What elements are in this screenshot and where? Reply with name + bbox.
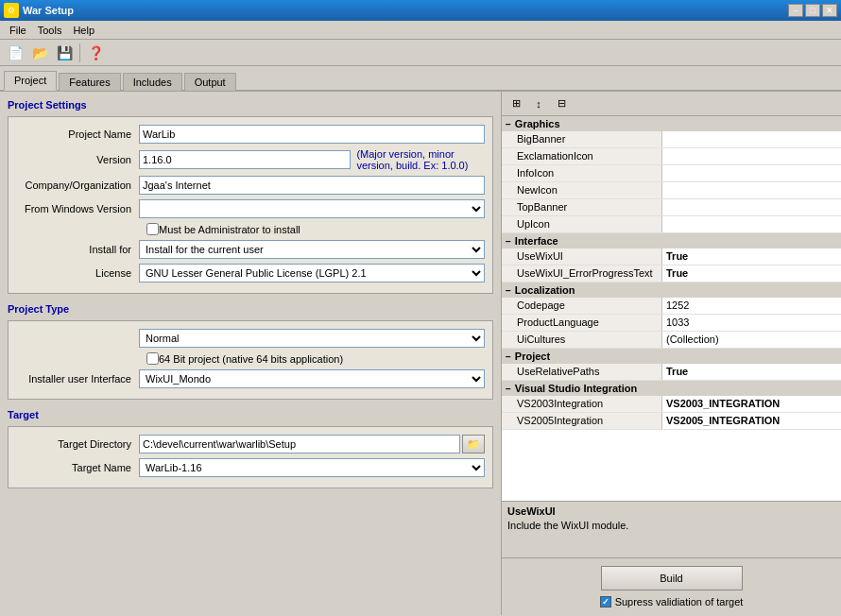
windows-version-select[interactable]: [139, 199, 485, 218]
prop-group-graphics[interactable]: − Graphics: [502, 116, 841, 131]
windows-version-field: [139, 199, 485, 218]
prop-name-infoicon: InfoIcon: [502, 165, 662, 181]
admin-checkbox[interactable]: [146, 223, 159, 235]
company-field: [139, 176, 485, 195]
project-settings-section: Project Settings Project Name Version (M…: [8, 99, 493, 294]
admin-label: Must be Administrator to install: [159, 224, 300, 235]
new-button[interactable]: 📄: [4, 43, 26, 63]
title-bar: ⚙ War Setup − □ ✕: [0, 0, 841, 21]
prop-name-uicultures: UiCultures: [502, 332, 662, 348]
installer-ui-field: WixUI_Mondo WixUI_Minimal WixUI_FeatureT…: [139, 369, 485, 388]
prop-group-vs-integration[interactable]: − Visual Studio Integration: [502, 381, 841, 396]
version-input[interactable]: [139, 150, 351, 169]
prop-row-topbanner: TopBanner: [502, 199, 841, 216]
tab-includes[interactable]: Includes: [123, 73, 182, 91]
prop-value-productlanguage[interactable]: 1033: [662, 315, 841, 331]
menu-help[interactable]: Help: [67, 24, 100, 37]
suppress-checkbox[interactable]: ✓: [600, 596, 611, 607]
bit64-checkbox[interactable]: [146, 352, 159, 365]
license-field: GNU Lesser General Public License (LGPL)…: [139, 264, 485, 282]
maximize-button[interactable]: □: [805, 4, 820, 17]
prop-sort-category-button[interactable]: ⊞: [506, 94, 526, 113]
prop-group-project[interactable]: − Project: [502, 349, 841, 364]
project-type-title: Project Type: [8, 303, 493, 315]
menu-bar: File Tools Help: [0, 21, 841, 40]
expand-graphics-icon: −: [506, 119, 511, 129]
type-field: Normal Library Module: [139, 329, 485, 348]
window-title: War Setup: [23, 5, 74, 16]
prop-row-vs2005: VS2005Integration VS2005_INTEGRATION: [502, 413, 841, 430]
prop-row-uicultures: UiCultures (Collection): [502, 332, 841, 349]
prop-value-vs2003[interactable]: VS2003_INTEGRATION: [662, 396, 841, 412]
prop-name-bigbanner: BigBanner: [502, 131, 662, 147]
prop-value-uicultures[interactable]: (Collection): [662, 332, 841, 348]
project-name-input[interactable]: [139, 125, 485, 144]
target-dir-input-row: 📁: [139, 435, 485, 453]
tab-project[interactable]: Project: [4, 71, 57, 91]
prop-value-usewixui[interactable]: True: [662, 248, 841, 265]
prop-row-infoicon: InfoIcon: [502, 165, 841, 182]
installer-ui-label: Installer user Interface: [16, 373, 139, 385]
license-row: License GNU Lesser General Public Licens…: [16, 264, 485, 282]
prop-desc-title: UseWixUI: [507, 505, 835, 517]
save-button[interactable]: 💾: [53, 43, 76, 63]
project-name-field: [139, 125, 485, 144]
minimize-button[interactable]: −: [788, 4, 803, 17]
prop-value-userelativepaths[interactable]: True: [662, 364, 841, 380]
prop-name-vs2003: VS2003Integration: [502, 396, 662, 412]
license-label: License: [16, 267, 139, 279]
company-input[interactable]: [139, 176, 485, 195]
admin-row: Must be Administrator to install: [146, 223, 485, 235]
installer-ui-row: Installer user Interface WixUI_Mondo Wix…: [16, 369, 485, 388]
prop-row-upicon: UpIcon: [502, 216, 841, 233]
prop-group-localization[interactable]: − Localization: [502, 282, 841, 298]
prop-value-bigbanner[interactable]: [662, 131, 841, 147]
close-button[interactable]: ✕: [822, 4, 837, 17]
license-select[interactable]: GNU Lesser General Public License (LGPL)…: [139, 264, 485, 282]
prop-group-interface[interactable]: − Interface: [502, 233, 841, 248]
expand-vs-icon: −: [506, 384, 511, 394]
menu-file[interactable]: File: [4, 24, 32, 37]
prop-name-newicon: NewIcon: [502, 182, 662, 198]
prop-value-exclamationicon[interactable]: [662, 148, 841, 164]
target-dir-label: Target Directory: [16, 438, 139, 450]
prop-value-newicon[interactable]: [662, 182, 841, 198]
prop-description: UseWixUI Include the WixUI module.: [502, 501, 841, 557]
build-area: Build ✓ Supress validiation of target: [502, 557, 841, 615]
prop-value-topbanner[interactable]: [662, 199, 841, 215]
target-name-label: Target Name: [16, 462, 139, 473]
help-button[interactable]: ❓: [84, 43, 107, 63]
open-button[interactable]: 📂: [28, 43, 51, 63]
prop-value-usewixui-errorprogress[interactable]: True: [662, 265, 841, 282]
target-name-select[interactable]: WarLib-1.16 WarLib-1.15: [139, 458, 485, 477]
prop-value-vs2005[interactable]: VS2005_INTEGRATION: [662, 413, 841, 429]
prop-value-codepage[interactable]: 1252: [662, 298, 841, 314]
installer-ui-select[interactable]: WixUI_Mondo WixUI_Minimal WixUI_FeatureT…: [139, 369, 485, 388]
expand-localization-icon: −: [506, 285, 511, 296]
prop-value-upicon[interactable]: [662, 216, 841, 232]
company-row: Company/Organization: [16, 176, 485, 195]
prop-value-infoicon[interactable]: [662, 165, 841, 181]
prop-desc-text: Include the WixUI module.: [507, 520, 835, 531]
prop-row-usewixui: UseWixUI True: [502, 248, 841, 265]
prop-row-vs2003: VS2003Integration VS2003_INTEGRATION: [502, 396, 841, 413]
right-panel: ⊞ ↕ ⊟ − Graphics BigBanner ExclamationIc…: [501, 92, 841, 615]
tab-output[interactable]: Output: [184, 73, 236, 91]
prop-property-pages-button[interactable]: ⊟: [551, 94, 572, 113]
prop-row-bigbanner: BigBanner: [502, 131, 841, 148]
build-button[interactable]: Build: [601, 566, 743, 590]
menu-tools[interactable]: Tools: [32, 24, 68, 37]
version-hint: (Major version, minor version, build. Ex…: [356, 148, 485, 171]
type-select[interactable]: Normal Library Module: [139, 329, 485, 348]
target-dir-browse-button[interactable]: 📁: [462, 435, 485, 453]
install-for-field: Install for the current user Install for…: [139, 240, 485, 259]
target-dir-input[interactable]: [139, 435, 460, 453]
install-for-select[interactable]: Install for the current user Install for…: [139, 240, 485, 259]
prop-sort-alpha-button[interactable]: ↕: [528, 94, 549, 113]
tab-features[interactable]: Features: [59, 73, 120, 91]
left-panel: Project Settings Project Name Version (M…: [0, 92, 501, 615]
company-label: Company/Organization: [16, 180, 139, 191]
prop-name-topbanner: TopBanner: [502, 199, 662, 215]
prop-name-upicon: UpIcon: [502, 216, 662, 232]
prop-name-codepage: Codepage: [502, 298, 662, 314]
